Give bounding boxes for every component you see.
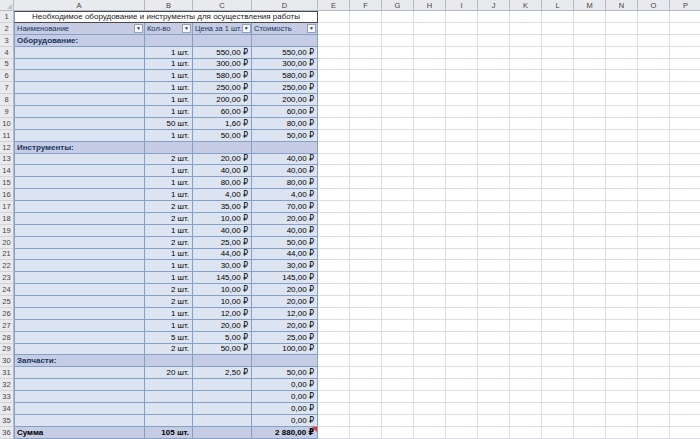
cell-N22[interactable] [606,260,638,272]
cell-N21[interactable] [606,249,638,261]
cell-M36[interactable] [574,427,606,439]
cell-D3[interactable] [252,35,318,47]
cell-G19[interactable] [382,225,414,237]
column-header-O[interactable]: O [638,0,670,11]
cell-P16[interactable] [670,189,700,201]
cell-D8[interactable]: 200,00 ₽ [252,94,318,106]
cell-G28[interactable] [382,332,414,344]
cell-H22[interactable] [414,260,446,272]
cell-K25[interactable] [510,296,542,308]
cell-K6[interactable] [510,70,542,82]
cell-N13[interactable] [606,154,638,166]
cell-J31[interactable] [478,367,510,379]
cell-H17[interactable] [414,201,446,213]
cell-O1[interactable] [638,11,670,23]
cell-F6[interactable] [350,70,382,82]
cell-N30[interactable] [606,355,638,367]
cell-G35[interactable] [382,415,414,427]
row-header-34[interactable]: 34 [0,403,14,415]
cell-M31[interactable] [574,367,606,379]
cell-E4[interactable] [318,47,350,59]
cell-M32[interactable] [574,379,606,391]
cell-H26[interactable] [414,308,446,320]
row-header-33[interactable]: 33 [0,391,14,403]
cell-L16[interactable] [542,189,574,201]
cell-D7[interactable]: 250,00 ₽ [252,82,318,94]
cell-C22[interactable]: 30,00 ₽ [193,260,252,272]
cell-C30[interactable] [193,355,252,367]
cell-B25[interactable]: 2 шт. [145,296,193,308]
cell-I5[interactable] [446,59,478,71]
cell-L5[interactable] [542,59,574,71]
cell-L18[interactable] [542,213,574,225]
cell-M35[interactable] [574,415,606,427]
cell-N35[interactable] [606,415,638,427]
cell-H20[interactable] [414,237,446,249]
cell-L30[interactable] [542,355,574,367]
column-header-I[interactable]: I [446,0,478,11]
cell-H34[interactable] [414,403,446,415]
cell-J17[interactable] [478,201,510,213]
cell-O28[interactable] [638,332,670,344]
cell-K26[interactable] [510,308,542,320]
cell-L29[interactable] [542,344,574,356]
cell-N7[interactable] [606,82,638,94]
cell-B31[interactable]: 20 шт. [145,367,193,379]
cell-J30[interactable] [478,355,510,367]
cell-P31[interactable] [670,367,700,379]
cell-F12[interactable] [350,142,382,154]
cell-H18[interactable] [414,213,446,225]
cell-F35[interactable] [350,415,382,427]
row-header-1[interactable]: 1 [0,11,14,23]
cell-N15[interactable] [606,177,638,189]
cell-M23[interactable] [574,272,606,284]
row-header-10[interactable]: 10 [0,118,14,130]
row-header-25[interactable]: 25 [0,296,14,308]
cell-K32[interactable] [510,379,542,391]
cell-A26[interactable] [14,308,145,320]
cell-C34[interactable] [193,403,252,415]
cell-B33[interactable] [145,391,193,403]
cell-H31[interactable] [414,367,446,379]
cell-C10[interactable]: 1,60 ₽ [193,118,252,130]
cell-M16[interactable] [574,189,606,201]
cell-F4[interactable] [350,47,382,59]
cell-E16[interactable] [318,189,350,201]
table-title-cell[interactable]: Необходимое оборудование и инструменты д… [14,11,318,23]
cell-A18[interactable] [14,213,145,225]
cell-D6[interactable]: 580,00 ₽ [252,70,318,82]
row-header-16[interactable]: 16 [0,189,14,201]
row-header-14[interactable]: 14 [0,165,14,177]
cell-B16[interactable]: 1 шт. [145,189,193,201]
cell-D17[interactable]: 70,00 ₽ [252,201,318,213]
cell-L23[interactable] [542,272,574,284]
cell-O19[interactable] [638,225,670,237]
cell-D29[interactable]: 100,00 ₽ [252,344,318,356]
cell-F1[interactable] [350,11,382,23]
cell-H5[interactable] [414,59,446,71]
cell-O8[interactable] [638,94,670,106]
cell-B13[interactable]: 2 шт. [145,154,193,166]
cell-D25[interactable]: 20,00 ₽ [252,296,318,308]
cell-O33[interactable] [638,391,670,403]
cell-G4[interactable] [382,47,414,59]
cell-O34[interactable] [638,403,670,415]
cell-P3[interactable] [670,35,700,47]
cell-L6[interactable] [542,70,574,82]
cell-G26[interactable] [382,308,414,320]
cell-M3[interactable] [574,35,606,47]
column-header-B[interactable]: B [145,0,193,11]
cell-M26[interactable] [574,308,606,320]
row-header-6[interactable]: 6 [0,70,14,82]
cell-N12[interactable] [606,142,638,154]
cell-I2[interactable] [446,23,478,35]
cell-O12[interactable] [638,142,670,154]
row-header-3[interactable]: 3 [0,35,14,47]
cell-M14[interactable] [574,165,606,177]
cell-F11[interactable] [350,130,382,142]
cell-A30[interactable]: Запчасти: [14,355,145,367]
cell-B8[interactable]: 1 шт. [145,94,193,106]
cell-B21[interactable]: 1 шт. [145,249,193,261]
cell-B2[interactable]: Кол-во▼ [145,23,193,35]
cell-O35[interactable] [638,415,670,427]
